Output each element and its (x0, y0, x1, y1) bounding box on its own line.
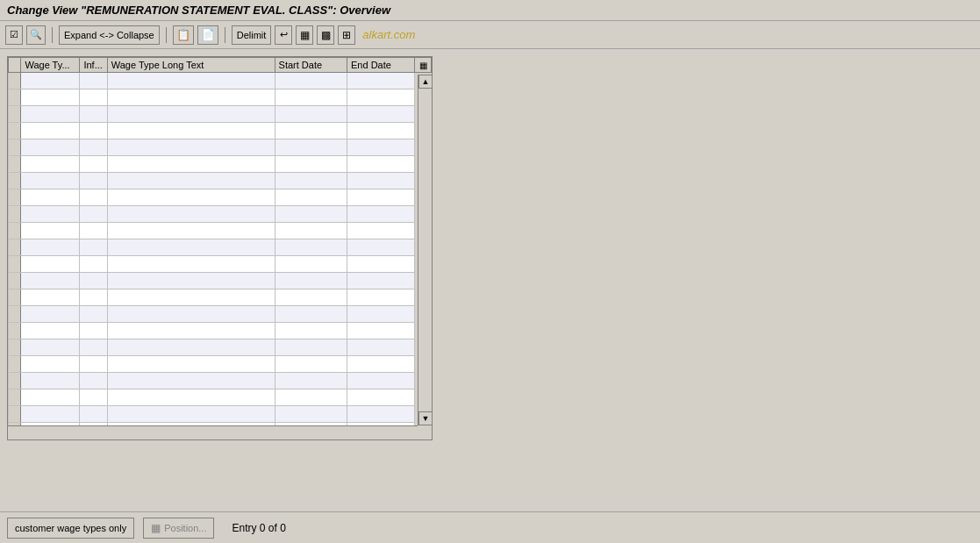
delimit-button[interactable]: Delimit (232, 25, 272, 45)
position-button[interactable]: ▦ Position... (143, 518, 214, 539)
table-cell[interactable] (21, 356, 80, 373)
customer-wage-types-button[interactable]: customer wage types only (7, 518, 134, 539)
table-cell[interactable] (107, 156, 275, 173)
table-cell[interactable] (275, 406, 347, 423)
expand-collapse-button[interactable]: Expand <-> Collapse (59, 25, 160, 45)
table-cell[interactable] (21, 289, 80, 306)
table-cell[interactable] (275, 373, 347, 389)
choose-button[interactable]: ☑ (5, 25, 23, 45)
table-cell[interactable] (21, 89, 80, 106)
table-cell[interactable] (347, 389, 415, 406)
table-row[interactable] (9, 156, 432, 173)
table-cell[interactable] (107, 389, 275, 406)
table-cell[interactable] (80, 223, 107, 239)
vertical-scrollbar[interactable]: ▲ ▼ (418, 75, 432, 425)
table-cell[interactable] (275, 106, 347, 123)
table-cell[interactable] (275, 339, 347, 356)
table-row[interactable] (9, 189, 432, 206)
columns-button[interactable]: ⊞ (338, 25, 355, 45)
table-cell[interactable] (347, 89, 415, 106)
row-selector[interactable] (9, 239, 21, 256)
table-settings-button[interactable]: ▦ (415, 58, 432, 73)
table-cell[interactable] (80, 206, 107, 223)
table-cell[interactable] (275, 123, 347, 139)
table-cell[interactable] (347, 256, 415, 273)
table-cell[interactable] (275, 173, 347, 189)
table-row[interactable] (9, 73, 432, 89)
table-cell[interactable] (275, 239, 347, 256)
table-cell[interactable] (347, 123, 415, 139)
row-selector[interactable] (9, 339, 21, 356)
table-view-button[interactable]: ▦ (296, 25, 313, 45)
table-cell[interactable] (275, 73, 347, 89)
table-cell[interactable] (347, 306, 415, 323)
table-cell[interactable] (107, 173, 275, 189)
row-selector[interactable] (9, 356, 21, 373)
table-row[interactable] (9, 223, 432, 239)
table-cell[interactable] (347, 156, 415, 173)
table-cell[interactable] (21, 106, 80, 123)
table-row[interactable] (9, 173, 432, 189)
row-selector[interactable] (9, 256, 21, 273)
table-cell[interactable] (347, 206, 415, 223)
table-cell[interactable] (80, 389, 107, 406)
table-cell[interactable] (275, 89, 347, 106)
row-selector[interactable] (9, 406, 21, 423)
table-cell[interactable] (21, 323, 80, 339)
table-row[interactable] (9, 256, 432, 273)
table-cell[interactable] (275, 306, 347, 323)
table-cell[interactable] (80, 123, 107, 139)
table-cell[interactable] (21, 223, 80, 239)
table-cell[interactable] (275, 189, 347, 206)
table-cell[interactable] (80, 73, 107, 89)
table-row[interactable] (9, 123, 432, 139)
table-row[interactable] (9, 239, 432, 256)
table-cell[interactable] (275, 389, 347, 406)
table-cell[interactable] (21, 156, 80, 173)
table-cell[interactable] (107, 373, 275, 389)
table-cell[interactable] (107, 206, 275, 223)
table-cell[interactable] (107, 406, 275, 423)
table-cell[interactable] (107, 323, 275, 339)
table-cell[interactable] (347, 139, 415, 156)
table-cell[interactable] (275, 289, 347, 306)
table-cell[interactable] (107, 223, 275, 239)
table-cell[interactable] (107, 123, 275, 139)
table-cell[interactable] (80, 239, 107, 256)
table-row[interactable] (9, 389, 432, 406)
table-cell[interactable] (80, 256, 107, 273)
table-cell[interactable] (21, 173, 80, 189)
table-row[interactable] (9, 373, 432, 389)
table-cell[interactable] (80, 373, 107, 389)
table-cell[interactable] (80, 306, 107, 323)
table-cell[interactable] (21, 339, 80, 356)
table-cell[interactable] (21, 239, 80, 256)
row-selector[interactable] (9, 223, 21, 239)
row-selector[interactable] (9, 189, 21, 206)
table-row[interactable] (9, 306, 432, 323)
table-cell[interactable] (347, 323, 415, 339)
copy-button[interactable]: 📋 (173, 25, 194, 45)
table-cell[interactable] (347, 189, 415, 206)
table-cell[interactable] (80, 406, 107, 423)
table-cell[interactable] (21, 256, 80, 273)
table-cell[interactable] (21, 139, 80, 156)
table-cell[interactable] (347, 289, 415, 306)
row-selector[interactable] (9, 106, 21, 123)
table-row[interactable] (9, 273, 432, 289)
table-row[interactable] (9, 206, 432, 223)
scroll-down-arrow[interactable]: ▼ (418, 411, 433, 425)
table-cell[interactable] (80, 289, 107, 306)
row-selector[interactable] (9, 373, 21, 389)
table-row[interactable] (9, 323, 432, 339)
table-cell[interactable] (275, 323, 347, 339)
table-cell[interactable] (80, 356, 107, 373)
table-cell[interactable] (347, 273, 415, 289)
table-cell[interactable] (107, 289, 275, 306)
table-cell[interactable] (275, 139, 347, 156)
table-cell[interactable] (80, 339, 107, 356)
table-cell[interactable] (80, 106, 107, 123)
table-cell[interactable] (80, 139, 107, 156)
table-row[interactable] (9, 289, 432, 306)
table-cell[interactable] (107, 256, 275, 273)
